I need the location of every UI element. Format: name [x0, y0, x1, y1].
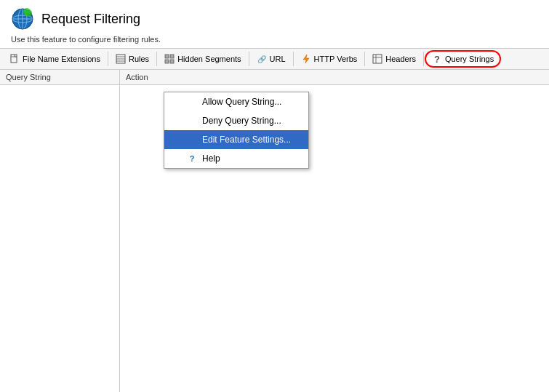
- tab-label: Hidden Segments: [177, 55, 241, 63]
- app-icon: [11, 7, 34, 31]
- svg-point-7: [23, 8, 31, 15]
- menu-item-allow-query-string[interactable]: Allow Query String...: [164, 92, 308, 111]
- tab-http-verbs[interactable]: HTTP Verbs: [294, 50, 364, 68]
- menu-item-label: Help: [202, 153, 220, 164]
- menu-item-edit-feature-settings[interactable]: Edit Feature Settings...: [164, 130, 308, 149]
- help-icon: ?: [186, 153, 198, 164]
- action-column-header: Action: [120, 70, 549, 85]
- tabs-bar: File Name Extensions Rules Hidden Segmen…: [0, 48, 549, 70]
- svg-rect-14: [165, 55, 169, 58]
- rules-icon: [116, 54, 126, 64]
- tab-hidden-segments[interactable]: Hidden Segments: [158, 50, 247, 68]
- tab-label: URL: [270, 55, 286, 63]
- page-subtitle: Use this feature to configure filtering …: [0, 35, 549, 48]
- tab-divider: [423, 52, 424, 66]
- menu-item-label: Deny Query String...: [202, 116, 281, 126]
- query-string-column-header: Query String: [0, 70, 119, 85]
- header: Request Filtering: [0, 0, 549, 35]
- hidden-segments-icon: [164, 54, 175, 64]
- tab-query-strings[interactable]: ? Query Strings: [425, 50, 501, 68]
- lightning-icon: [301, 54, 311, 64]
- tab-label: Rules: [129, 55, 149, 63]
- tab-label: File Name Extensions: [23, 55, 100, 63]
- question-icon: ?: [432, 54, 442, 64]
- page-title: Request Filtering: [41, 12, 140, 27]
- tab-label: Headers: [385, 55, 416, 63]
- right-panel: Action Allow Query String... Deny Query …: [120, 70, 549, 392]
- file-icon: [9, 54, 20, 64]
- page-container: Request Filtering Use this feature to co…: [0, 0, 549, 392]
- svg-rect-15: [170, 55, 174, 58]
- menu-item-label: Edit Feature Settings...: [202, 135, 291, 145]
- svg-rect-16: [165, 60, 169, 63]
- content-area: Query String Action Allow Query String..…: [0, 70, 549, 392]
- tab-headers[interactable]: Headers: [366, 50, 422, 68]
- tab-url[interactable]: 🔗 URL: [250, 50, 292, 68]
- tab-divider: [156, 52, 157, 66]
- svg-rect-8: [11, 55, 17, 63]
- svg-marker-18: [303, 55, 309, 63]
- tab-divider: [108, 52, 108, 66]
- svg-rect-19: [373, 55, 382, 63]
- context-menu: Allow Query String... Deny Query String.…: [164, 92, 309, 169]
- allow-icon: [186, 96, 198, 108]
- tab-divider: [249, 52, 249, 66]
- deny-icon: [186, 115, 198, 127]
- tab-label: Query Strings: [445, 55, 494, 63]
- edit-icon: [186, 134, 198, 145]
- headers-icon: [372, 54, 382, 64]
- menu-item-deny-query-string[interactable]: Deny Query String...: [164, 111, 308, 130]
- svg-rect-17: [170, 60, 174, 63]
- menu-item-help[interactable]: ? Help: [164, 149, 308, 168]
- url-icon: 🔗: [257, 54, 267, 64]
- tab-divider: [293, 52, 294, 66]
- tab-file-name-extensions[interactable]: File Name Extensions: [3, 50, 107, 68]
- tab-label: HTTP Verbs: [314, 55, 358, 63]
- tab-divider: [364, 52, 365, 66]
- menu-item-label: Allow Query String...: [202, 97, 281, 107]
- tab-rules[interactable]: Rules: [109, 50, 156, 68]
- left-panel: Query String: [0, 70, 120, 392]
